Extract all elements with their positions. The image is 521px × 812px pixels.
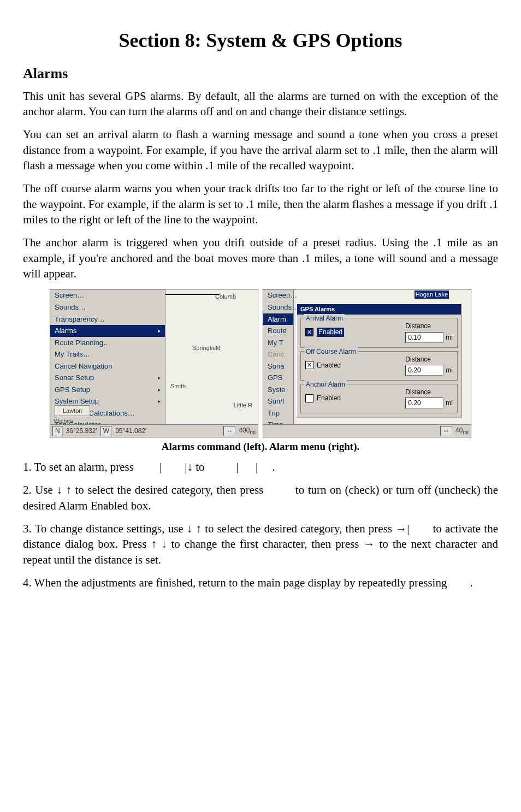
status-scale-right: 40mi [455, 426, 469, 436]
anchor-distance-label: Distance [405, 388, 431, 396]
menu-item-sonar-setup[interactable]: Sonar Setup▸ [50, 372, 165, 384]
status-lat: 36°25.332' [66, 426, 97, 435]
map-label-littler: Little R [234, 401, 252, 410]
status-scale: 400mi [239, 426, 256, 436]
highway-line [165, 294, 220, 295]
map-label-lawton: Lawton [55, 405, 90, 417]
menu-item-route-planning[interactable]: Route Planning… [50, 337, 165, 349]
offcourse-distance-unit: mi [446, 366, 453, 375]
submenu-arrow-icon: ▸ [158, 398, 161, 405]
screenshot-right: Hogan Lake Sapul Screen… Sounds… Alarm R… [263, 289, 471, 437]
menu-item-alarms[interactable]: Alarms▸ [50, 325, 165, 337]
status-w: W [100, 426, 112, 436]
step-2: 2. Use ↓ ↑ to select the desired categor… [23, 482, 498, 513]
status-n: N [52, 426, 63, 436]
menu-item-canc[interactable]: Canc [263, 348, 293, 360]
arrival-distance-label: Distance [405, 322, 431, 330]
menu-item-route[interactable]: Route [263, 325, 293, 337]
offcourse-enabled-label: Enabled [317, 361, 341, 370]
arrival-distance-unit: mi [446, 333, 453, 342]
menu-item-sounds[interactable]: Sounds… [263, 301, 293, 313]
page-title: Section 8: System & GPS Options [23, 27, 498, 54]
paragraph-1: This unit has several GPS alarms. By def… [23, 88, 498, 120]
status-lon: 95°41.082' [115, 426, 146, 435]
paragraph-2: You can set an arrival alarm to flash a … [23, 127, 498, 173]
map-label-smith: Smith [170, 382, 186, 390]
offcourse-distance-input[interactable]: 0.20 [405, 365, 443, 376]
submenu-arrow-icon: ▸ [158, 386, 161, 394]
menu-item-syste[interactable]: Syste [263, 384, 293, 396]
offcourse-distance-label: Distance [405, 355, 431, 364]
arrival-enabled-checkbox[interactable]: ✕ [305, 328, 313, 336]
anchor-alarm-group: Anchor Alarm Enabled Distance 0.20 mi [300, 384, 458, 413]
offcourse-enabled-checkbox[interactable]: ✕ [305, 361, 313, 369]
anchor-enabled-label: Enabled [317, 394, 341, 402]
map-label-wichita: Wichita [54, 417, 73, 425]
menu-item-alarm[interactable]: Alarm [263, 313, 293, 325]
offcourse-alarm-group: Off Course Alarm ✕ Enabled Distance 0.20… [300, 351, 458, 381]
arrival-alarm-group: Arrival Alarm ✕ Enabled Distance 0.10 mi [300, 318, 458, 347]
status-arrows-icon: ↔ [223, 426, 235, 436]
map-label-hogan: Hogan Lake [415, 291, 449, 299]
menu-item-my-trails[interactable]: My Trails… [50, 348, 165, 360]
menu-item-trip[interactable]: Trip [263, 407, 293, 419]
menu-item-gps-setup[interactable]: GPS Setup▸ [50, 384, 165, 396]
menu-panel-right: Screen… Sounds… Alarm Route My T Canc So… [263, 289, 294, 437]
map-background: Columb Springfield Smith Little R [165, 289, 258, 423]
anchor-legend: Anchor Alarm [304, 380, 347, 389]
arrival-legend: Arrival Alarm [304, 314, 345, 323]
dialog-title: GPS Alarms [297, 304, 461, 315]
status-arrows-icon: ↔ [440, 426, 452, 436]
status-bar-left: N 36°25.332' W 95°41.082' ↔ 400mi [50, 424, 258, 437]
menu-item-sona[interactable]: Sona [263, 360, 293, 372]
menu-item-gps[interactable]: GPS [263, 372, 293, 384]
anchor-distance-input[interactable]: 0.20 [405, 398, 443, 408]
menu-item-screen[interactable]: Screen… [50, 289, 165, 301]
submenu-arrow-icon: ▸ [158, 374, 161, 382]
figure-caption: Alarms command (left). Alarm menu (right… [23, 440, 498, 454]
arrival-distance-input[interactable]: 0.10 [405, 332, 443, 343]
menu-item-myt[interactable]: My T [263, 337, 293, 349]
offcourse-legend: Off Course Alarm [304, 347, 358, 356]
screenshot-left: Columb Springfield Smith Little R Screen… [50, 289, 258, 437]
menu-item-cancel-nav[interactable]: Cancel Navigation [50, 360, 165, 372]
menu-item-screen[interactable]: Screen… [263, 289, 293, 301]
menu-item-transparency[interactable]: Transparency… [50, 313, 165, 325]
arrival-enabled-label: Enabled [317, 328, 344, 336]
menu-item-suni[interactable]: Sun/I [263, 395, 293, 407]
menu-item-sounds[interactable]: Sounds… [50, 301, 165, 313]
paragraph-3: The off course alarm warns you when your… [23, 181, 498, 227]
gps-alarms-dialog: GPS Alarms Arrival Alarm ✕ Enabled Dista… [296, 303, 462, 418]
submenu-arrow-icon: ▸ [158, 327, 161, 335]
step-4: 4. When the adjustments are finished, re… [23, 575, 498, 590]
anchor-enabled-checkbox[interactable] [305, 394, 313, 402]
section-heading: Alarms [23, 64, 498, 83]
step-3: 3. To change distance settings, use ↓ ↑ … [23, 521, 498, 567]
figure-row: Columb Springfield Smith Little R Screen… [23, 289, 498, 437]
step-1: 1. To set an alarm, press | |↓ to | | . [23, 459, 498, 475]
map-label-springfield: Springfield [192, 344, 221, 352]
status-bar-right: ↔ 40mi [263, 424, 471, 437]
anchor-distance-unit: mi [446, 399, 453, 407]
paragraph-4: The anchor alarm is triggered when you d… [23, 235, 498, 281]
